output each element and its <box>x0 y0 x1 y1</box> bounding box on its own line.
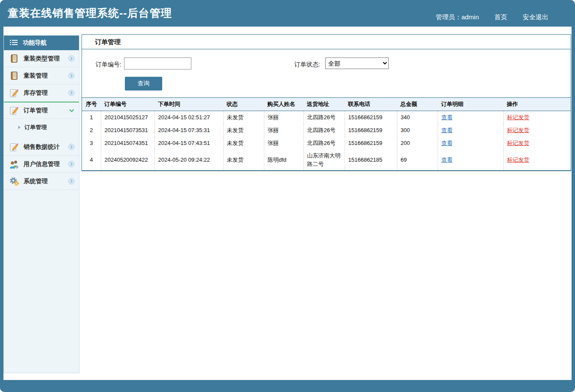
order-no-input[interactable] <box>124 57 191 69</box>
cell-status: 未发货 <box>223 111 264 124</box>
notepad-icon <box>9 106 19 115</box>
book-icon <box>9 54 19 63</box>
cell-order-no: 20210415074351 <box>101 137 154 150</box>
sidebar-item-label: 童装类型管理 <box>24 55 68 63</box>
cell-action: 标记发货 <box>503 124 571 137</box>
mark-shipped-link[interactable]: 标记发货 <box>507 114 530 121</box>
gears-icon <box>9 177 19 186</box>
cell-status: 未发货 <box>223 137 264 150</box>
notepad-icon <box>9 142 19 152</box>
sidebar-item-label: 库存管理 <box>24 89 68 97</box>
cell-no: 4 <box>82 150 101 171</box>
order-status-label: 订单状态: <box>294 61 320 69</box>
table-row: 4202405200924222024-05-20 09:24:22未发货陈明d… <box>82 150 571 171</box>
chevron-circle-icon <box>68 90 75 96</box>
sidebar-item-2[interactable]: 库存管理 <box>4 84 79 102</box>
cell-buyer: 张丽 <box>264 137 303 150</box>
cell-total: 200 <box>397 137 438 150</box>
cell-phone: 15166862159 <box>345 124 397 137</box>
column-header: 订单编号 <box>101 98 154 111</box>
order-no-label: 订单编号: <box>96 61 121 69</box>
orders-table: 序号订单编号下单时间状态购买人姓名送货地址联系电话总金额订单明细操作 12021… <box>82 97 571 171</box>
users-icon <box>9 160 19 169</box>
cell-status: 未发货 <box>223 124 264 137</box>
sidebar: 功能导航 童装类型管理童装管理库存管理订单管理订单管理销售数据统计用户信息管理系… <box>3 35 79 373</box>
cell-time: 2024-04-15 07:43:51 <box>154 137 223 150</box>
cell-detail: 查看 <box>438 150 503 171</box>
app-title: 童装在线销售管理系统--后台管理 <box>8 6 172 20</box>
sidebar-item-1[interactable]: 童装管理 <box>4 67 79 84</box>
column-header: 联系电话 <box>345 98 397 111</box>
content-area: 功能导航 童装类型管理童装管理库存管理订单管理订单管理销售数据统计用户信息管理系… <box>3 27 572 380</box>
search-form: 订单编号: 订单状态: 全部 查询 <box>82 49 571 97</box>
cell-no: 2 <box>82 124 101 137</box>
mark-shipped-link[interactable]: 标记发货 <box>507 157 530 163</box>
column-header: 订单明细 <box>438 98 503 111</box>
top-header-nav: 管理员：admin 首页 安全退出 <box>436 13 548 21</box>
sidebar-item-label: 童装管理 <box>24 72 68 80</box>
app-window: 童装在线销售管理系统--后台管理 管理员：admin 首页 安全退出 功能导航 … <box>0 0 575 392</box>
cell-action: 标记发货 <box>503 111 571 124</box>
view-link[interactable]: 查看 <box>442 140 453 146</box>
column-header: 序号 <box>82 98 101 111</box>
cell-no: 1 <box>82 111 101 124</box>
sidebar-item-label: 销售数据统计 <box>24 143 68 151</box>
view-link[interactable]: 查看 <box>442 157 453 163</box>
cell-order-no: 20210415025127 <box>101 111 154 124</box>
cell-phone: 15166862185 <box>345 150 397 171</box>
cell-time: 2024-04-15 07:35:31 <box>154 124 223 137</box>
cell-time: 2024-05-20 09:24:22 <box>154 150 223 171</box>
cell-address: 北四路26号 <box>303 111 345 124</box>
chevron-circle-icon <box>68 178 75 184</box>
chevron-circle-icon <box>68 72 75 79</box>
view-link[interactable]: 查看 <box>442 114 453 121</box>
list-icon <box>10 39 18 47</box>
cell-status: 未发货 <box>223 150 264 171</box>
nav-logout-link[interactable]: 安全退出 <box>523 13 548 21</box>
cell-detail: 查看 <box>438 111 503 124</box>
sidebar-item-label: 订单管理 <box>24 107 69 115</box>
main-panel: 订单管理 订单编号: 订单状态: 全部 查询 序号订单编号下单时间状态购买人姓名… <box>82 34 571 171</box>
notepad-icon <box>9 88 19 98</box>
cell-address: 山东济南大明路二号 <box>303 150 345 171</box>
sidebar-item-0[interactable]: 童装类型管理 <box>4 50 79 67</box>
column-header: 购买人姓名 <box>264 98 303 111</box>
cell-detail: 查看 <box>438 137 503 150</box>
cell-no: 3 <box>82 137 101 150</box>
cell-phone: 15166862159 <box>345 111 397 124</box>
sidebar-item-4[interactable]: 销售数据统计 <box>4 139 79 156</box>
cell-order-no: 20240520092422 <box>101 150 154 171</box>
sidebar-item-5[interactable]: 用户信息管理 <box>4 156 79 173</box>
admin-label: 管理员：admin <box>436 13 479 21</box>
sidebar-nav-list: 童装类型管理童装管理库存管理订单管理订单管理销售数据统计用户信息管理系统管理 <box>4 50 79 190</box>
sidebar-subitem-3-0[interactable]: 订单管理 <box>4 119 79 136</box>
cell-total: 340 <box>397 111 438 124</box>
cell-time: 2024-04-15 02:51:27 <box>154 111 223 124</box>
sidebar-title: 功能导航 <box>23 39 47 47</box>
cell-detail: 查看 <box>438 124 503 137</box>
sidebar-item-3[interactable]: 订单管理 <box>4 102 79 119</box>
page-title: 订单管理 <box>82 35 571 49</box>
column-header: 下单时间 <box>154 98 223 111</box>
chevron-down-icon <box>69 108 75 114</box>
chevron-circle-icon <box>68 161 75 167</box>
query-button[interactable]: 查询 <box>125 77 162 90</box>
order-status-select[interactable]: 全部 <box>325 57 389 69</box>
cell-total: 69 <box>397 150 438 171</box>
mark-shipped-link[interactable]: 标记发货 <box>507 140 530 146</box>
column-header: 送货地址 <box>303 98 345 111</box>
cell-address: 北四路26号 <box>303 137 345 150</box>
cell-phone: 15166862159 <box>345 137 397 150</box>
chevron-circle-icon <box>68 55 75 62</box>
sidebar-item-label: 用户信息管理 <box>24 160 68 168</box>
cell-buyer: 张丽 <box>264 124 303 137</box>
cell-action: 标记发货 <box>503 137 571 150</box>
mark-shipped-link[interactable]: 标记发货 <box>507 127 530 133</box>
view-link[interactable]: 查看 <box>442 127 453 133</box>
cell-buyer: 陈明dfd <box>264 150 303 171</box>
cell-address: 北四路26号 <box>303 124 345 137</box>
top-header: 童装在线销售管理系统--后台管理 管理员：admin 首页 安全退出 <box>0 0 575 27</box>
sidebar-subitem-label: 订单管理 <box>24 124 47 131</box>
sidebar-item-6[interactable]: 系统管理 <box>4 173 79 190</box>
nav-home-link[interactable]: 首页 <box>494 13 507 21</box>
